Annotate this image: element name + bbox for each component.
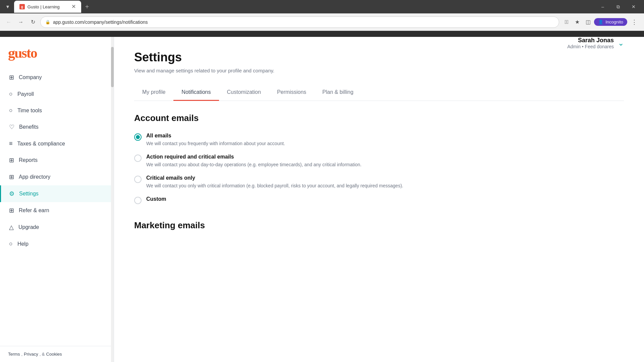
radio-desc-critical-only: We will contact you only with critical i… (146, 182, 624, 189)
radio-item-critical-only: Critical emails only We will contact you… (134, 175, 624, 189)
radio-input-critical-only[interactable] (134, 176, 142, 183)
refer-icon: ⊞ (9, 207, 14, 214)
payroll-label: Payroll (17, 91, 34, 97)
radio-input-action-required[interactable] (134, 155, 142, 162)
split-view-icon[interactable]: ◫ (583, 17, 593, 27)
lock-icon: 🔒 (45, 20, 50, 24)
settings-label: Settings (19, 191, 39, 197)
sidebar-item-time-tools[interactable]: ○ Time tools (0, 102, 114, 119)
incognito-button[interactable]: 👤 Incognito (594, 18, 627, 26)
cookies-link[interactable]: Cookies (46, 352, 62, 357)
radio-content-custom: Custom (146, 196, 624, 203)
company-icon: ⊞ (9, 74, 14, 81)
radio-item-action-required: Action required and critical emails We w… (134, 154, 624, 168)
benefits-label: Benefits (19, 124, 39, 130)
settings-icon: ⚙ (9, 190, 14, 197)
sidebar-item-reports[interactable]: ⊞ Reports (0, 152, 114, 169)
sidebar-header: gusto (0, 37, 114, 66)
radio-desc-all-emails: We will contact you frequently with info… (146, 140, 624, 147)
user-name: Sarah Jonas (567, 37, 614, 44)
gusto-logo[interactable]: gusto (8, 45, 106, 61)
tab-my-profile[interactable]: My profile (134, 84, 173, 101)
tab-notifications[interactable]: Notifications (173, 84, 219, 101)
terms-link[interactable]: Terms (8, 352, 20, 357)
radio-content-action-required: Action required and critical emails We w… (146, 154, 624, 168)
time-tools-label: Time tools (17, 108, 42, 114)
tab-permissions[interactable]: Permissions (269, 84, 314, 101)
radio-content-all-emails: All emails We will contact you frequentl… (146, 133, 624, 147)
window-controls: – ⧉ ✕ (595, 1, 641, 12)
company-label: Company (19, 74, 42, 80)
account-emails-title: Account emails (134, 113, 624, 123)
radio-label-action-required: Action required and critical emails (146, 154, 624, 160)
page-subtitle: View and manage settings related to your… (134, 68, 624, 73)
maximize-button[interactable]: ⧉ (610, 1, 626, 12)
nav-bar: ← → ↻ 🔒 app.gusto.com/company/settings/n… (0, 13, 644, 31)
tab-bar: ▼ g Gusto | Learning ✕ + – ⧉ ✕ (0, 0, 644, 13)
time-tools-icon: ○ (9, 107, 13, 114)
app-directory-icon: ⊞ (9, 173, 14, 181)
tab-plan-billing[interactable]: Plan & billing (314, 84, 362, 101)
incognito-icon: 👤 (598, 19, 603, 24)
tab-customization[interactable]: Customization (219, 84, 269, 101)
sidebar-item-upgrade[interactable]: △ Upgrade (0, 219, 114, 236)
upgrade-label: Upgrade (18, 224, 39, 230)
radio-label-all-emails: All emails (146, 133, 624, 139)
page-title: Settings (134, 50, 624, 64)
footer-links: Terms , Privacy , & Cookies (8, 352, 106, 357)
address-text: app.gusto.com/company/settings/notificat… (53, 19, 148, 25)
refresh-button[interactable]: ↻ (28, 17, 38, 27)
close-window-button[interactable]: ✕ (626, 1, 641, 12)
minimize-button[interactable]: – (595, 1, 610, 12)
app-layout: gusto ⊞ Company ○ Payroll ○ Time tools ♡… (0, 37, 644, 362)
email-options-group: All emails We will contact you frequentl… (134, 133, 624, 204)
sidebar-item-taxes[interactable]: ≡ Taxes & compliance (0, 135, 114, 152)
eye-slash-icon[interactable]: 👁̸ (562, 17, 571, 27)
back-button[interactable]: ← (4, 17, 13, 27)
marketing-emails-title: Marketing emails (134, 220, 624, 231)
footer-separator-1: , (21, 352, 22, 357)
marketing-emails-section: Marketing emails (134, 220, 624, 231)
payroll-icon: ○ (9, 90, 13, 98)
address-bar[interactable]: 🔒 app.gusto.com/company/settings/notific… (40, 16, 559, 28)
sidebar-item-app-directory[interactable]: ⊞ App directory (0, 169, 114, 185)
sidebar-item-payroll[interactable]: ○ Payroll (0, 86, 114, 102)
sidebar-nav: ⊞ Company ○ Payroll ○ Time tools ♡ Benef… (0, 66, 114, 346)
new-tab-button[interactable]: + (83, 2, 92, 12)
app-directory-label: App directory (19, 174, 50, 180)
benefits-icon: ♡ (9, 123, 14, 131)
taxes-icon: ≡ (9, 140, 13, 147)
tab-close-button[interactable]: ✕ (71, 4, 76, 9)
radio-label-critical-only: Critical emails only (146, 175, 624, 181)
scrollbar-track (111, 37, 114, 362)
taxes-label: Taxes & compliance (17, 141, 65, 147)
browser-menu-button[interactable]: ⋮ (629, 17, 640, 27)
scrollbar-thumb[interactable] (111, 47, 114, 87)
footer-separator-2: , & (40, 352, 45, 357)
incognito-label: Incognito (605, 19, 623, 24)
sidebar-item-company[interactable]: ⊞ Company (0, 69, 114, 86)
radio-content-critical-only: Critical emails only We will contact you… (146, 175, 624, 189)
radio-input-custom[interactable] (134, 197, 142, 204)
sidebar: gusto ⊞ Company ○ Payroll ○ Time tools ♡… (0, 37, 114, 362)
tab-favicon: g (19, 4, 25, 9)
chevron-down-icon[interactable]: ⌄ (618, 39, 624, 48)
privacy-link[interactable]: Privacy (24, 352, 38, 357)
settings-tabs: My profileNotificationsCustomizationPerm… (134, 84, 624, 101)
user-info: Sarah Jonas Admin • Feed donares (567, 37, 614, 49)
help-icon: ○ (9, 240, 13, 247)
tab-switcher[interactable]: ▼ (3, 3, 13, 11)
radio-label-custom: Custom (146, 196, 624, 202)
user-role: Admin • Feed donares (567, 44, 614, 49)
radio-input-all-emails[interactable] (134, 133, 142, 141)
sidebar-item-benefits[interactable]: ♡ Benefits (0, 119, 114, 135)
forward-button[interactable]: → (16, 17, 25, 27)
bookmark-icon[interactable]: ★ (573, 17, 582, 27)
reports-label: Reports (19, 157, 38, 163)
sidebar-item-settings[interactable]: ⚙ Settings (0, 185, 114, 202)
sidebar-item-help[interactable]: ○ Help (0, 236, 114, 252)
active-tab[interactable]: g Gusto | Learning ✕ (14, 1, 81, 13)
sidebar-item-refer[interactable]: ⊞ Refer & earn (0, 202, 114, 219)
radio-desc-action-required: We will contact you about day-to-day ope… (146, 161, 624, 168)
user-header[interactable]: Sarah Jonas Admin • Feed donares ⌄ (567, 37, 624, 49)
